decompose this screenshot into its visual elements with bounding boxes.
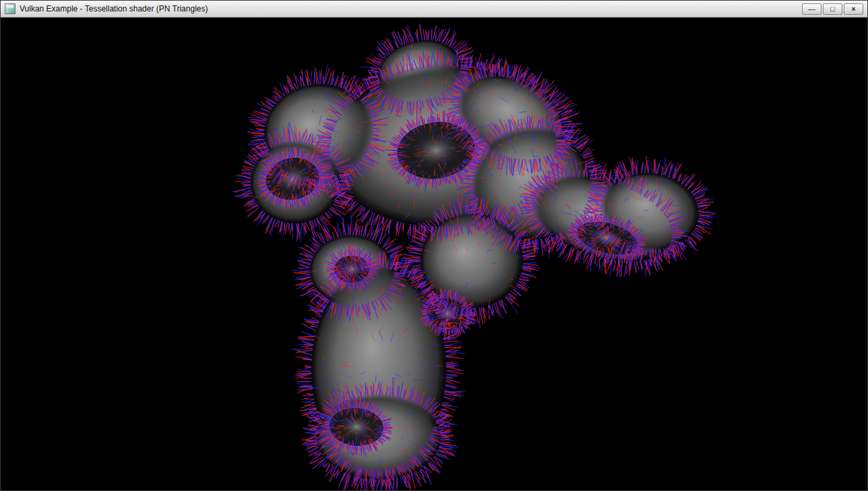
minimize-button[interactable]: — (802, 3, 822, 15)
close-button[interactable]: × (844, 3, 863, 15)
app-icon (5, 3, 16, 14)
title-bar[interactable]: Vulkan Example - Tessellation shader (PN… (1, 1, 867, 18)
window-controls: — □ × (802, 3, 863, 15)
window-title: Vulkan Example - Tessellation shader (PN… (20, 4, 802, 13)
app-window: Vulkan Example - Tessellation shader (PN… (0, 0, 868, 491)
render-viewport[interactable] (1, 18, 868, 491)
render-canvas[interactable] (1, 18, 868, 491)
maximize-button[interactable]: □ (823, 3, 842, 15)
